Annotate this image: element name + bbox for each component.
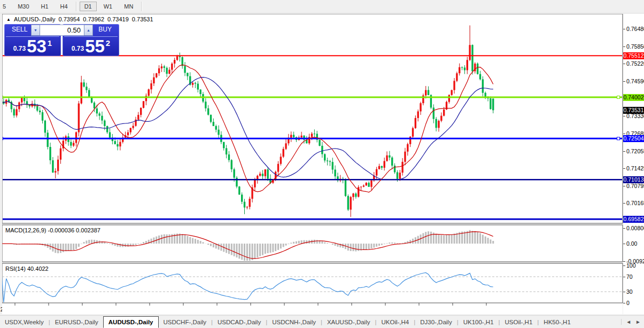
chart-tab-ukoil-h4[interactable]: UKOil-,H4 — [376, 317, 414, 327]
macd-scale-label: 0.008061 — [626, 225, 644, 231]
rsi-scale-label: 70 — [626, 274, 633, 280]
price-tick-label: 0.75850 — [626, 43, 644, 50]
price-tick-label: 0.71425 — [626, 165, 644, 171]
chart-tab-bar: USDX,Weekly|EURUSD-,DailyAUDUSD-,DailyUS… — [0, 315, 644, 328]
price-badge-0.71013: 0.71013 — [623, 176, 644, 183]
rsi-tick-mark — [623, 292, 625, 292]
price-badge-0.74002: 0.74002 — [623, 94, 644, 101]
rsi-scale-label: 30 — [626, 288, 633, 295]
chart-tab-xauusd-daily[interactable]: XAUUSD-,Daily — [322, 317, 375, 327]
chart-ohlc-header: ▲ AUDUSD-,Daily 0.73954 0.73962 0.73419 … — [6, 16, 153, 22]
macd-tick-mark — [623, 228, 625, 229]
tab-scroll-right-icon[interactable]: ► — [635, 319, 641, 325]
macd-indicator-label: MACD(12,26,9) -0.000036 0.002387 — [5, 227, 100, 233]
volume-input[interactable]: 0.50 — [40, 25, 84, 36]
collapse-panel-icon[interactable]: ▲ — [6, 17, 11, 22]
ask-pipette: 2 — [106, 38, 110, 48]
macd-main-value: -0.000036 — [48, 227, 74, 233]
rsi-scale-label: 0 — [626, 300, 630, 306]
chart-tab-dj30-daily[interactable]: DJ30-,Daily — [415, 317, 456, 327]
ohlc-low: 0.73419 — [107, 16, 129, 22]
chevron-up-icon: ▲ — [87, 28, 90, 32]
sell-label: SELL — [12, 26, 27, 33]
price-tick-mark — [623, 116, 625, 116]
toolbar-separator — [76, 2, 76, 11]
timeframe-button-m30[interactable]: M30 — [13, 2, 34, 11]
bid-pips: 53 — [27, 38, 46, 54]
macd-signal-value: 0.002387 — [76, 227, 100, 233]
chevron-down-icon: ▼ — [34, 28, 37, 32]
chart-symbol-label: AUDUSD-,Daily — [14, 16, 56, 22]
chart-tab-audusd-daily[interactable]: AUDUSD-,Daily — [103, 316, 159, 328]
price-tick-label: 0.75220 — [626, 60, 644, 67]
chart-tab-usdcad-daily[interactable]: USDCAD-,Daily — [213, 317, 266, 327]
main-chart-canvas[interactable] — [2, 14, 623, 314]
tab-scroll-left-icon[interactable]: ◄ — [626, 319, 631, 325]
macd-tick-mark — [623, 261, 625, 262]
price-tick-mark — [623, 151, 625, 152]
volume-increase-button[interactable]: ▲ — [84, 25, 93, 36]
macd-tick-mark — [623, 244, 625, 244]
price-tick-label: 0.70165 — [626, 200, 644, 206]
one-click-trading-panel: SELL 0.73531 BUY 0.73552 ▼ 0.50 ▲ — [4, 24, 119, 56]
ask-price: 0.73552 — [63, 36, 119, 56]
price-tick-label: 0.72055 — [626, 148, 644, 154]
ohlc-high: 0.73962 — [83, 16, 104, 22]
price-badge-0.75512: 0.75512 — [623, 52, 644, 59]
ask-pips: 55 — [85, 38, 105, 54]
price-tick-mark — [623, 134, 625, 134]
ohlc-open: 0.73954 — [59, 16, 80, 22]
price-tick-label: 0.76480 — [626, 26, 644, 32]
price-tick-mark — [623, 64, 625, 64]
chart-tab-usoil-h1[interactable]: USOil-,H1 — [500, 317, 538, 327]
macd-scale-label: 0.00 — [626, 240, 637, 247]
price-tick-label: 0.70795 — [626, 183, 644, 189]
price-tick-mark — [623, 81, 625, 82]
toolbar-separator — [141, 2, 142, 11]
price-tick-mark — [623, 186, 625, 186]
timeframe-button-h1[interactable]: H1 — [36, 2, 53, 11]
bid-prefix: 0.73 — [13, 45, 26, 52]
chart-tab-eurusd-daily[interactable]: EURUSD-,Daily — [50, 317, 103, 327]
chart-tab-usdcnh-daily[interactable]: USDCNH-,Daily — [267, 317, 321, 327]
volume-decrease-button[interactable]: ▼ — [31, 25, 40, 36]
price-tick-mark — [623, 46, 625, 47]
bid-pipette: 1 — [48, 38, 52, 48]
volume-spinner: ▼ 0.50 ▲ — [31, 25, 93, 36]
rsi-tick-mark — [623, 265, 625, 266]
timeframe-button-w1[interactable]: W1 — [99, 2, 118, 11]
price-badge-0.69582: 0.69582 — [623, 216, 644, 223]
timeframe-button-5[interactable]: 5 — [0, 2, 11, 11]
rsi-tick-mark — [623, 277, 625, 277]
buy-label: BUY — [98, 26, 112, 33]
price-badge-0.72504: 0.72504 — [623, 135, 644, 142]
price-axis[interactable]: 0.764800.758500.752200.745900.733300.726… — [623, 14, 644, 314]
chart-tab-usdchf-daily[interactable]: USDCHF-,Daily — [159, 317, 212, 327]
timeframe-button-h4[interactable]: H4 — [56, 2, 73, 11]
timeframe-button-mn[interactable]: MN — [119, 2, 138, 11]
ohlc-close: 0.73531 — [132, 16, 153, 22]
macd-name: MACD(12,26,9) — [5, 227, 46, 233]
tab-scroll-nav: ◄► — [621, 319, 644, 325]
price-tick-mark — [623, 168, 625, 169]
rsi-scale-label: 100 — [626, 262, 636, 269]
chart-tab-hk50-h1[interactable]: HK50-,H1 — [539, 317, 576, 327]
timeframe-toolbar: 5M30H1H4D1W1MN — [0, 0, 644, 13]
rsi-value: 40.4022 — [27, 265, 49, 272]
price-tick-mark — [623, 203, 625, 204]
rsi-tick-mark — [623, 303, 625, 303]
bid-price: 0.73531 — [4, 36, 61, 56]
chart-tab-uk100-h1[interactable]: UK100-,H1 — [459, 317, 499, 327]
price-tick-mark — [623, 29, 625, 29]
timeframe-button-d1[interactable]: D1 — [80, 2, 97, 11]
ask-prefix: 0.73 — [72, 45, 84, 52]
rsi-indicator-label: RSI(14) 40.4022 — [5, 265, 49, 272]
price-badge-0.73531: 0.73531 — [623, 107, 644, 114]
chart-tab-usdx-weekly[interactable]: USDX,Weekly — [0, 317, 49, 327]
price-tick-label: 0.74590 — [626, 78, 644, 84]
rsi-name: RSI(14) — [5, 265, 26, 272]
